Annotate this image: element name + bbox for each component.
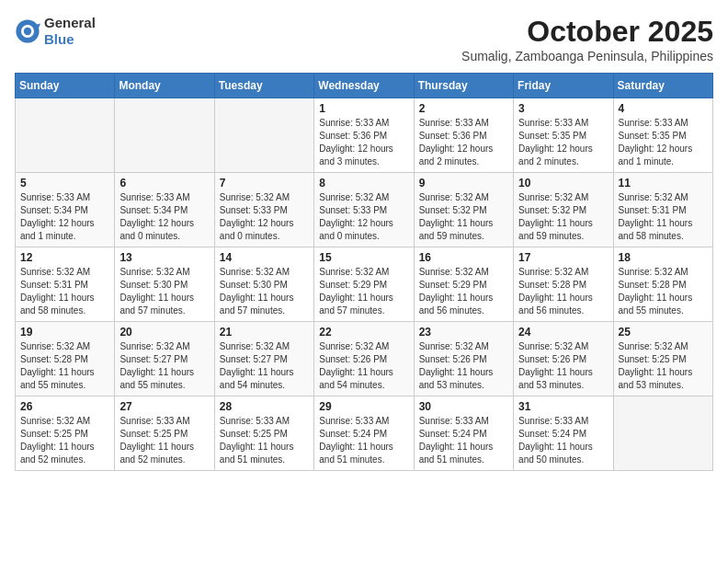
day-number: 26 bbox=[20, 400, 109, 413]
weekday-header-row: SundayMondayTuesdayWednesdayThursdayFrid… bbox=[16, 74, 713, 98]
day-info: Sunrise: 5:32 AM Sunset: 5:33 PM Dayligh… bbox=[220, 191, 309, 243]
day-info: Sunrise: 5:32 AM Sunset: 5:33 PM Dayligh… bbox=[319, 191, 408, 243]
day-cell: 23Sunrise: 5:32 AM Sunset: 5:26 PM Dayli… bbox=[414, 322, 513, 396]
day-number: 5 bbox=[20, 177, 109, 190]
day-info: Sunrise: 5:32 AM Sunset: 5:25 PM Dayligh… bbox=[20, 415, 109, 466]
day-info: Sunrise: 5:32 AM Sunset: 5:29 PM Dayligh… bbox=[419, 266, 508, 317]
day-info: Sunrise: 5:32 AM Sunset: 5:32 PM Dayligh… bbox=[419, 191, 508, 243]
svg-point-2 bbox=[24, 28, 31, 35]
day-number: 20 bbox=[119, 326, 209, 339]
day-number: 24 bbox=[518, 326, 608, 339]
day-cell bbox=[214, 98, 313, 173]
day-cell: 13Sunrise: 5:32 AM Sunset: 5:30 PM Dayli… bbox=[115, 247, 214, 322]
day-info: Sunrise: 5:33 AM Sunset: 5:35 PM Dayligh… bbox=[518, 117, 608, 168]
day-number: 29 bbox=[319, 400, 408, 413]
day-cell: 2Sunrise: 5:33 AM Sunset: 5:36 PM Daylig… bbox=[414, 98, 513, 173]
day-number: 13 bbox=[119, 251, 209, 264]
day-info: Sunrise: 5:33 AM Sunset: 5:35 PM Dayligh… bbox=[619, 117, 708, 168]
day-cell bbox=[613, 396, 712, 471]
weekday-header-saturday: Saturday bbox=[613, 74, 712, 98]
day-number: 15 bbox=[319, 251, 408, 264]
week-row-3: 12Sunrise: 5:32 AM Sunset: 5:31 PM Dayli… bbox=[16, 247, 713, 322]
day-info: Sunrise: 5:32 AM Sunset: 5:30 PM Dayligh… bbox=[119, 266, 209, 317]
day-number: 18 bbox=[619, 251, 708, 264]
day-cell: 20Sunrise: 5:32 AM Sunset: 5:27 PM Dayli… bbox=[115, 322, 214, 396]
day-cell: 21Sunrise: 5:32 AM Sunset: 5:27 PM Dayli… bbox=[214, 322, 313, 396]
day-info: Sunrise: 5:32 AM Sunset: 5:26 PM Dayligh… bbox=[518, 340, 608, 392]
day-cell: 11Sunrise: 5:32 AM Sunset: 5:31 PM Dayli… bbox=[613, 173, 712, 247]
day-cell: 8Sunrise: 5:32 AM Sunset: 5:33 PM Daylig… bbox=[314, 173, 414, 247]
day-cell: 4Sunrise: 5:33 AM Sunset: 5:35 PM Daylig… bbox=[613, 98, 712, 173]
day-number: 28 bbox=[220, 400, 309, 413]
day-number: 21 bbox=[220, 326, 309, 339]
day-number: 2 bbox=[419, 102, 508, 115]
day-info: Sunrise: 5:32 AM Sunset: 5:27 PM Dayligh… bbox=[220, 340, 309, 392]
day-number: 17 bbox=[518, 251, 608, 264]
title-area: October 2025 Sumalig, Zamboanga Peninsul… bbox=[461, 15, 713, 63]
day-number: 7 bbox=[220, 177, 309, 190]
day-number: 19 bbox=[20, 326, 109, 339]
week-row-5: 26Sunrise: 5:32 AM Sunset: 5:25 PM Dayli… bbox=[16, 396, 713, 471]
day-cell: 28Sunrise: 5:33 AM Sunset: 5:25 PM Dayli… bbox=[214, 396, 313, 471]
day-info: Sunrise: 5:33 AM Sunset: 5:25 PM Dayligh… bbox=[119, 415, 209, 466]
day-info: Sunrise: 5:33 AM Sunset: 5:34 PM Dayligh… bbox=[119, 191, 209, 243]
day-cell: 26Sunrise: 5:32 AM Sunset: 5:25 PM Dayli… bbox=[16, 396, 115, 471]
week-row-1: 1Sunrise: 5:33 AM Sunset: 5:36 PM Daylig… bbox=[16, 98, 713, 173]
day-cell: 14Sunrise: 5:32 AM Sunset: 5:30 PM Dayli… bbox=[214, 247, 313, 322]
day-number: 11 bbox=[619, 177, 708, 190]
location-subtitle: Sumalig, Zamboanga Peninsula, Philippine… bbox=[461, 49, 713, 63]
day-number: 12 bbox=[20, 251, 109, 264]
day-cell: 1Sunrise: 5:33 AM Sunset: 5:36 PM Daylig… bbox=[314, 98, 414, 173]
day-cell: 3Sunrise: 5:33 AM Sunset: 5:35 PM Daylig… bbox=[514, 98, 613, 173]
day-cell: 16Sunrise: 5:32 AM Sunset: 5:29 PM Dayli… bbox=[414, 247, 513, 322]
day-cell: 24Sunrise: 5:32 AM Sunset: 5:26 PM Dayli… bbox=[514, 322, 613, 396]
day-info: Sunrise: 5:33 AM Sunset: 5:34 PM Dayligh… bbox=[20, 191, 109, 243]
day-cell: 30Sunrise: 5:33 AM Sunset: 5:24 PM Dayli… bbox=[414, 396, 513, 471]
day-info: Sunrise: 5:32 AM Sunset: 5:31 PM Dayligh… bbox=[20, 266, 109, 317]
day-info: Sunrise: 5:32 AM Sunset: 5:25 PM Dayligh… bbox=[619, 340, 708, 392]
day-cell: 31Sunrise: 5:33 AM Sunset: 5:24 PM Dayli… bbox=[514, 396, 613, 471]
day-info: Sunrise: 5:32 AM Sunset: 5:30 PM Dayligh… bbox=[220, 266, 309, 317]
day-cell: 25Sunrise: 5:32 AM Sunset: 5:25 PM Dayli… bbox=[613, 322, 712, 396]
day-info: Sunrise: 5:33 AM Sunset: 5:36 PM Dayligh… bbox=[319, 117, 408, 168]
day-info: Sunrise: 5:32 AM Sunset: 5:27 PM Dayligh… bbox=[119, 340, 209, 392]
day-number: 10 bbox=[518, 177, 608, 190]
day-number: 31 bbox=[518, 400, 608, 413]
day-info: Sunrise: 5:32 AM Sunset: 5:28 PM Dayligh… bbox=[20, 340, 109, 392]
logo-blue: Blue bbox=[44, 31, 74, 47]
weekday-header-friday: Friday bbox=[514, 74, 613, 98]
day-cell: 29Sunrise: 5:33 AM Sunset: 5:24 PM Dayli… bbox=[314, 396, 414, 471]
day-info: Sunrise: 5:33 AM Sunset: 5:24 PM Dayligh… bbox=[518, 415, 608, 466]
day-number: 16 bbox=[419, 251, 508, 264]
day-cell: 10Sunrise: 5:32 AM Sunset: 5:32 PM Dayli… bbox=[514, 173, 613, 247]
week-row-4: 19Sunrise: 5:32 AM Sunset: 5:28 PM Dayli… bbox=[16, 322, 713, 396]
day-info: Sunrise: 5:33 AM Sunset: 5:24 PM Dayligh… bbox=[319, 415, 408, 466]
day-number: 6 bbox=[119, 177, 209, 190]
logo-general: General bbox=[44, 15, 96, 30]
day-info: Sunrise: 5:32 AM Sunset: 5:26 PM Dayligh… bbox=[419, 340, 508, 392]
day-number: 8 bbox=[319, 177, 408, 190]
day-number: 9 bbox=[419, 177, 508, 190]
weekday-header-tuesday: Tuesday bbox=[214, 74, 313, 98]
day-info: Sunrise: 5:32 AM Sunset: 5:28 PM Dayligh… bbox=[619, 266, 708, 317]
weekday-header-wednesday: Wednesday bbox=[314, 74, 414, 98]
day-cell bbox=[115, 98, 214, 173]
day-number: 1 bbox=[319, 102, 408, 115]
day-info: Sunrise: 5:32 AM Sunset: 5:28 PM Dayligh… bbox=[518, 266, 608, 317]
day-info: Sunrise: 5:32 AM Sunset: 5:26 PM Dayligh… bbox=[319, 340, 408, 392]
logo-text: General Blue bbox=[44, 15, 96, 48]
logo: General Blue bbox=[15, 15, 96, 48]
day-info: Sunrise: 5:33 AM Sunset: 5:24 PM Dayligh… bbox=[419, 415, 508, 466]
day-cell: 22Sunrise: 5:32 AM Sunset: 5:26 PM Dayli… bbox=[314, 322, 414, 396]
day-cell: 5Sunrise: 5:33 AM Sunset: 5:34 PM Daylig… bbox=[16, 173, 115, 247]
day-cell: 9Sunrise: 5:32 AM Sunset: 5:32 PM Daylig… bbox=[414, 173, 513, 247]
day-number: 14 bbox=[220, 251, 309, 264]
day-cell: 15Sunrise: 5:32 AM Sunset: 5:29 PM Dayli… bbox=[314, 247, 414, 322]
header: General Blue October 2025 Sumalig, Zambo… bbox=[15, 15, 713, 63]
day-cell bbox=[16, 98, 115, 173]
weekday-header-monday: Monday bbox=[115, 74, 214, 98]
day-info: Sunrise: 5:33 AM Sunset: 5:25 PM Dayligh… bbox=[220, 415, 309, 466]
day-info: Sunrise: 5:33 AM Sunset: 5:36 PM Dayligh… bbox=[419, 117, 508, 168]
day-info: Sunrise: 5:32 AM Sunset: 5:29 PM Dayligh… bbox=[319, 266, 408, 317]
day-info: Sunrise: 5:32 AM Sunset: 5:32 PM Dayligh… bbox=[518, 191, 608, 243]
